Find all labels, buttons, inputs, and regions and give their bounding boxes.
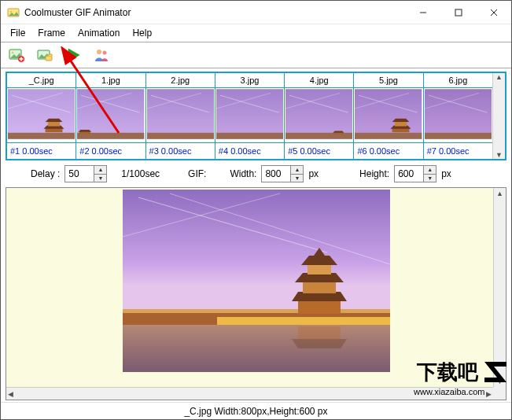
px-unit-1: px [308,168,319,179]
height-stepper[interactable]: ▲▼ [423,166,436,182]
svg-point-1 [10,10,12,12]
svg-rect-16 [8,89,75,138]
svg-rect-65 [303,281,336,293]
svg-rect-3 [455,9,462,16]
preview-scrollbar-horizontal[interactable]: ◀▶ [6,387,493,400]
width-stepper[interactable]: ▲▼ [290,166,303,182]
preview-area: ▲▼ ◀▶ [6,187,506,400]
svg-point-15 [103,51,107,55]
frame-meta: #5 0.00sec [285,142,353,159]
px-unit-2: px [441,168,451,179]
delay-label: Delay : [31,168,60,179]
frame-item[interactable]: 5.jpg#6 0.00sec [354,73,423,159]
frame-filename: 1.jpg [76,73,145,88]
svg-marker-29 [79,130,92,132]
close-button[interactable] [476,1,511,24]
frame-meta: #3 0.00sec [146,142,215,159]
svg-rect-63 [298,300,341,314]
height-input[interactable] [395,166,423,182]
svg-rect-30 [147,89,214,138]
preview-image [123,190,390,372]
svg-rect-47 [355,133,422,139]
preview-scrollbar-vertical[interactable]: ▲▼ [493,188,506,387]
frames-strip: _C.jpg#1 0.00sec1.jpg#2 0.00sec2.jpg#3 0… [6,72,506,160]
window-title: Coolmuster GIF Animator [24,7,405,18]
height-spinner[interactable]: ▲▼ [394,165,436,182]
frame-item[interactable]: 2.jpg#3 0.00sec [146,73,215,159]
svg-marker-71 [292,339,347,348]
svg-point-7 [12,52,14,54]
menu-animation[interactable]: Animation [72,26,126,40]
settings-row: Delay : ▲▼ 1/100sec GIF: Width: ▲▼ px He… [1,160,511,187]
svg-rect-52 [425,89,492,138]
minimize-button[interactable] [405,1,440,24]
frame-item[interactable]: 6.jpg#7 0.00sec [424,73,492,159]
svg-rect-56 [123,190,390,323]
statusbar: _C.jpg Width:800px,Height:600 px [1,402,511,419]
menubar: File Frame Animation Help [1,24,511,42]
svg-rect-72 [217,317,390,325]
frame-filename: 4.jpg [285,73,353,88]
svg-rect-33 [147,133,214,139]
frames-scrollbar-vertical[interactable]: ▲▼ [492,73,505,159]
svg-rect-19 [8,133,75,139]
frame-filename: _C.jpg [7,73,76,88]
users-button[interactable] [92,46,111,64]
frame-meta: #2 0.00sec [76,142,145,159]
maximize-button[interactable] [440,1,476,24]
delay-stepper[interactable]: ▲▼ [94,166,106,182]
width-input[interactable] [262,166,290,182]
svg-rect-60 [123,323,390,372]
menu-frame[interactable]: Frame [31,26,72,40]
add-folder-button[interactable] [35,46,54,64]
add-image-button[interactable] [7,46,26,64]
play-button[interactable] [64,46,83,64]
frame-item[interactable]: _C.jpg#1 0.00sec [7,73,76,159]
svg-rect-44 [355,89,422,138]
frame-thumbnail [146,88,215,142]
svg-rect-34 [216,89,283,138]
frame-item[interactable]: 1.jpg#2 0.00sec [76,73,145,159]
delay-unit: 1/100sec [121,168,160,179]
frame-meta: #6 0.00sec [354,142,422,159]
frame-filename: 3.jpg [215,73,284,88]
delay-input[interactable] [65,166,94,182]
frame-filename: 2.jpg [146,73,215,88]
svg-marker-43 [333,131,344,132]
gif-label: GIF: [188,168,206,179]
frame-meta: #4 0.00sec [215,142,284,159]
titlebar: Coolmuster GIF Animator [1,1,511,24]
frame-item[interactable]: 4.jpg#5 0.00sec [285,73,354,159]
frame-meta: #1 0.00sec [7,142,76,159]
width-spinner[interactable]: ▲▼ [261,165,304,182]
frame-filename: 6.jpg [424,73,492,88]
menu-help[interactable]: Help [126,26,158,40]
frame-meta: #7 0.00sec [424,142,492,159]
frame-item[interactable]: 3.jpg#4 0.00sec [215,73,285,159]
width-label: Width: [230,168,256,179]
app-icon [7,6,20,19]
frame-thumbnail [7,88,76,142]
menu-file[interactable]: File [4,26,31,40]
delay-spinner[interactable]: ▲▼ [64,165,107,182]
frame-filename: 5.jpg [354,73,422,88]
svg-rect-55 [425,133,492,139]
app-window: Coolmuster GIF Animator File Frame Anima… [0,0,512,420]
height-label: Height: [359,168,389,179]
frame-thumbnail [285,88,353,142]
svg-rect-37 [216,133,283,139]
status-text: _C.jpg Width:800px,Height:600 px [184,406,327,417]
frame-thumbnail [215,88,284,142]
svg-point-14 [97,50,101,54]
svg-rect-12 [46,56,52,61]
svg-rect-67 [308,263,331,274]
frame-thumbnail [354,88,422,142]
frame-thumbnail [76,88,145,142]
svg-marker-13 [68,49,79,61]
svg-rect-62 [123,309,390,313]
toolbar [1,42,511,68]
svg-rect-70 [298,326,341,341]
frame-thumbnail [424,88,492,142]
